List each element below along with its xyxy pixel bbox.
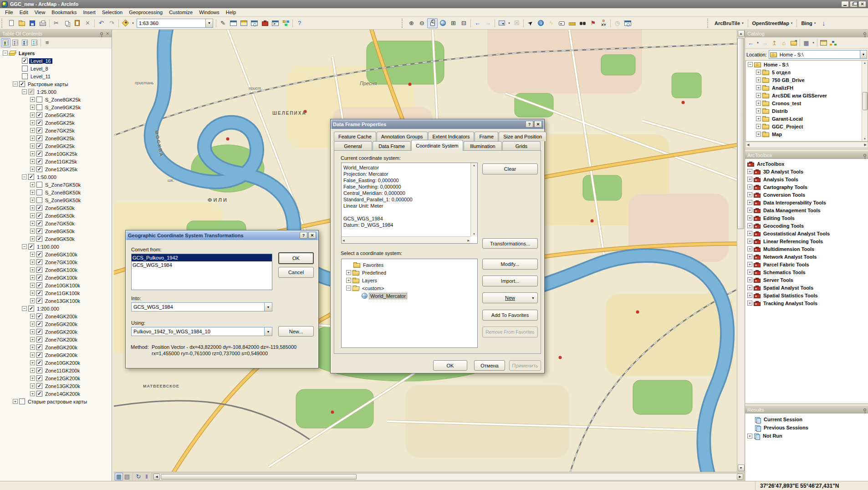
expand-icon[interactable]: + [756,124,761,129]
toc-layer-item[interactable]: +✓Zone6GK200k [0,328,112,336]
map-vscroll-thumb[interactable] [737,38,744,229]
whats-this-help-button[interactable]: ? [294,18,305,28]
toolbox-item[interactable]: +Geocoding Tools [745,222,868,230]
visibility-checkbox[interactable]: ✓ [36,337,42,342]
expand-icon[interactable]: + [747,223,752,228]
toc-layer-item[interactable]: −✓1:200.000 [0,305,112,312]
expand-icon[interactable]: + [30,376,35,381]
expand-icon[interactable]: + [30,322,35,327]
visibility-checkbox[interactable]: ✓ [36,236,42,242]
toolbox-item[interactable]: +Analysis Tools [745,175,868,183]
expand-icon[interactable]: + [30,198,35,203]
add-data-button[interactable] [120,18,131,28]
dropdown-arrow-icon[interactable]: ▾ [131,18,135,28]
toc-layer-item[interactable]: ✓Level_16 [0,57,112,65]
open-button[interactable] [16,18,27,28]
expand-icon[interactable]: + [30,236,35,241]
visibility-checkbox[interactable]: ✓ [36,368,42,373]
tree-view-button[interactable] [828,38,838,47]
expand-icon[interactable]: + [756,85,761,90]
toc-layer-item[interactable]: +✓Zone4GK200k [0,312,112,320]
toc-layer-item[interactable]: +✓Zone13GK200k [0,382,112,390]
visibility-checkbox[interactable]: ✓ [36,151,42,157]
fixed-zoom-out-button[interactable]: ⊟ [459,18,469,28]
visibility-checkbox[interactable]: ✓ [36,143,42,149]
visibility-checkbox[interactable]: ✓ [36,251,42,257]
expand-icon[interactable]: + [30,151,35,156]
visibility-checkbox[interactable]: ✓ [36,360,42,366]
measure-button[interactable] [567,18,577,28]
pin-icon[interactable] [100,32,103,35]
toc-layer-item[interactable]: +✓Zone9GK200k [0,351,112,359]
visibility-checkbox[interactable]: ✓ [19,81,25,87]
expand-icon[interactable]: + [747,192,752,197]
toolbox-item[interactable]: +Network Analyst Tools [745,253,868,260]
expand-icon[interactable]: + [30,283,35,288]
catalog-folder-item[interactable]: +ArcSDE или GISServer [746,92,868,99]
copy-button[interactable] [61,18,72,28]
list-selection-button[interactable] [30,38,39,47]
coordinate-system-tree[interactable]: Favorites+Predefined+Layers−<custom>Worl… [341,259,478,348]
chevron-down-icon[interactable]: ▼ [264,303,272,311]
toc-layer-item[interactable]: +✓Zone10GK200k [0,359,112,367]
python-window-button[interactable] [270,18,281,28]
hyperlink-button[interactable]: ϟ [546,18,557,28]
tab-size-and-position[interactable]: Size and Position [499,132,546,141]
toc-layer-item[interactable]: +✓Zone7GK25k [0,127,112,134]
expand-icon[interactable]: + [30,298,35,303]
catalog-folder-item[interactable]: +Map [746,130,868,138]
catalog-folder-item[interactable]: +750 GB_Drive [746,76,868,84]
tab-grids[interactable]: Grids [502,141,541,151]
expand-icon[interactable]: + [747,246,752,251]
html-popup-button[interactable] [557,18,567,28]
visibility-checkbox[interactable]: ✓ [36,220,42,226]
pin-icon[interactable] [863,154,866,157]
collapse-icon[interactable]: − [748,62,753,67]
expand-icon[interactable]: + [30,291,35,296]
menu-help[interactable]: Help [223,9,240,16]
toc-layer-item[interactable]: +✓Zone7GK200k [0,336,112,343]
expand-icon[interactable]: + [747,434,752,439]
expand-icon[interactable]: + [30,213,35,218]
catalog-folder-item[interactable]: +Distrib [746,107,868,115]
toolbox-item[interactable]: +Geostatistical Analyst Tools [745,230,868,237]
visibility-checkbox[interactable]: ✓ [36,267,42,273]
toolbox-item[interactable]: +Data Management Tools [745,206,868,214]
results-item[interactable]: +Not Run [745,432,868,440]
toolbox-item[interactable]: +Linear Referencing Tools [745,237,868,245]
expand-icon[interactable]: + [30,143,35,148]
results-item[interactable]: Current Session [745,415,868,424]
visibility-checkbox[interactable]: ✓ [36,344,42,350]
expand-icon[interactable]: + [756,93,761,98]
expand-icon[interactable]: + [756,101,761,106]
redo-button[interactable]: ↷ [107,18,117,28]
menu-edit[interactable]: Edit [16,9,31,16]
gcst-cancel-button[interactable]: Cancel [278,267,314,278]
toc-layer-item[interactable]: +✓Zone8GK100k [0,266,112,274]
visibility-checkbox[interactable] [19,398,25,404]
visibility-checkbox[interactable]: ✓ [28,89,34,95]
map-horizontal-scrollbar[interactable]: ◀ ▶ [153,473,744,480]
pause-button[interactable]: ‖ [143,473,151,480]
toolbox-item[interactable]: +Server Tools [745,276,868,284]
tab-data-frame[interactable]: Data Frame [373,141,411,151]
pin-icon[interactable] [863,408,866,411]
expand-icon[interactable]: + [747,177,752,182]
visibility-checkbox[interactable]: ✓ [36,329,42,335]
coordinate-system-item[interactable]: −<custom> [342,284,477,292]
visibility-checkbox[interactable]: ✓ [36,282,42,288]
visibility-checkbox[interactable]: ✓ [36,166,42,172]
catalog-folder-item[interactable]: +5 отдел [746,68,868,76]
expand-icon[interactable]: + [756,132,761,137]
scroll-up-icon[interactable]: ▲ [738,30,745,37]
pin-icon[interactable] [863,32,866,35]
forward-button[interactable]: → [483,18,493,28]
toc-layer-item[interactable]: −✓Растровые карты [0,80,112,88]
visibility-checkbox[interactable] [36,104,42,110]
collapse-icon[interactable]: − [22,306,27,311]
import-button[interactable]: Import... [482,276,538,286]
menu-windows[interactable]: Windows [196,9,223,16]
coordinate-system-item[interactable]: +Predefined [342,269,477,276]
tab-illumination[interactable]: Illumination [464,141,502,151]
toc-layer-item[interactable]: −✓1:100.000 [0,243,112,250]
